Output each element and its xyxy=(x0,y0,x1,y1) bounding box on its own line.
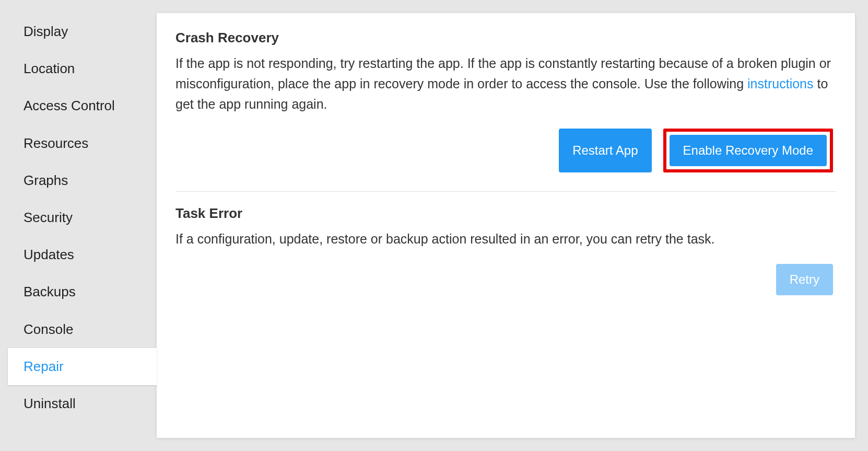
recovery-highlight: Enable Recovery Mode xyxy=(663,129,833,172)
task-error-section: Task Error If a configuration, update, r… xyxy=(175,205,836,295)
crash-recovery-title: Crash Recovery xyxy=(175,30,836,46)
main-panel: Crash Recovery If the app is not respond… xyxy=(157,13,855,438)
task-error-title: Task Error xyxy=(175,205,836,222)
restart-app-button[interactable]: Restart App xyxy=(559,129,651,172)
task-error-text: If a configuration, update, restore or b… xyxy=(175,229,836,249)
retry-button[interactable]: Retry xyxy=(776,264,833,295)
sidebar-item-updates[interactable]: Updates xyxy=(8,236,157,273)
sidebar-item-display[interactable]: Display xyxy=(8,13,157,50)
crash-text-before: If the app is not responding, try restar… xyxy=(175,56,831,91)
instructions-link[interactable]: instructions xyxy=(747,76,813,91)
crash-recovery-text: If the app is not responding, try restar… xyxy=(175,53,836,114)
crash-button-row: Restart App Enable Recovery Mode xyxy=(175,129,836,172)
sidebar-item-location[interactable]: Location xyxy=(8,50,157,87)
sidebar-item-resources[interactable]: Resources xyxy=(8,125,157,162)
sidebar-item-console[interactable]: Console xyxy=(8,311,157,348)
sidebar-item-repair[interactable]: Repair xyxy=(8,348,157,385)
sidebar-item-uninstall[interactable]: Uninstall xyxy=(8,385,157,422)
section-divider xyxy=(175,191,836,192)
enable-recovery-mode-button[interactable]: Enable Recovery Mode xyxy=(670,135,827,166)
sidebar-item-access-control[interactable]: Access Control xyxy=(8,87,157,124)
sidebar-item-security[interactable]: Security xyxy=(8,199,157,236)
sidebar: Display Location Access Control Resource… xyxy=(8,13,157,438)
sidebar-item-graphs[interactable]: Graphs xyxy=(8,162,157,199)
sidebar-item-backups[interactable]: Backups xyxy=(8,273,157,310)
task-button-row: Retry xyxy=(175,264,836,295)
crash-recovery-section: Crash Recovery If the app is not respond… xyxy=(175,30,836,172)
